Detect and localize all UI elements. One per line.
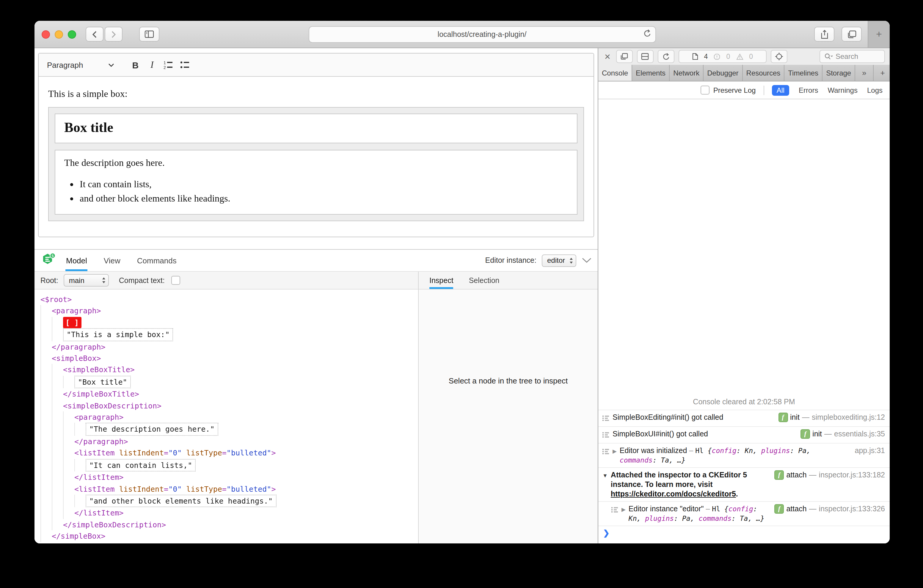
text-node[interactable]: "The description goes here." [85, 423, 218, 436]
model-tree-line[interactable]: </listItem> [41, 471, 418, 483]
open-tag-simpleBoxTitle[interactable]: <simpleBoxTitle> [63, 364, 135, 376]
model-tree-line[interactable]: <simpleBoxDescription> [41, 400, 418, 411]
open-tag-listItem[interactable]: <listItem listIndent="0" listType="bulle… [74, 447, 276, 459]
back-button[interactable] [85, 27, 103, 42]
text-node[interactable]: "Box title" [74, 376, 131, 389]
console-message-source[interactable]: f attach — inspector.js:133:326 [774, 504, 885, 514]
close-tag-simpleBox[interactable]: </simpleBox> [52, 531, 105, 542]
preserve-log-checkbox[interactable] [701, 85, 710, 95]
close-tag-simpleBoxDescription[interactable]: </simpleBoxDescription> [63, 519, 166, 531]
model-tree-line[interactable]: <paragraph> [41, 411, 418, 423]
new-tab-button[interactable]: + [868, 21, 890, 48]
model-tree-line[interactable]: "and other block elements like headings.… [41, 494, 418, 508]
console-pane[interactable]: Console cleared at 2:02:58 PMSimpleBoxEd… [598, 99, 890, 544]
preserve-log-control[interactable]: Preserve Log [700, 85, 756, 95]
model-tree-line[interactable]: <simpleBoxTitle> [41, 364, 418, 376]
forward-button[interactable] [105, 27, 123, 42]
devtools-tab-timelines[interactable]: Timelines [784, 65, 823, 81]
devtools-tab-console[interactable]: Console [598, 65, 632, 81]
collapse-inspector-icon[interactable] [581, 258, 592, 263]
model-tree-line[interactable]: <$root> [41, 294, 418, 305]
zoom-window-button[interactable] [68, 30, 76, 38]
open-tag-root[interactable]: <$root> [41, 294, 72, 305]
close-tag-root[interactable]: </$root> [41, 542, 76, 544]
text-node[interactable]: "and other block elements like headings.… [85, 494, 276, 508]
console-message-source[interactable]: f init — essentials.js:35 [800, 429, 885, 439]
resource-status-group[interactable]: 4 0 0 [678, 50, 767, 63]
console-prompt[interactable]: ❯ [598, 526, 890, 544]
box-description-field[interactable]: The description goes here. It can contai… [55, 150, 578, 215]
sidebar-toggle-button[interactable] [139, 27, 159, 42]
inspector-tab-commands[interactable]: Commands [136, 250, 177, 271]
text-node[interactable]: "This is a simple box:" [63, 328, 173, 341]
more-tabs-icon[interactable]: » [855, 65, 874, 81]
heading-dropdown[interactable]: Paragraph [47, 60, 114, 69]
close-tag-listItem[interactable]: </listItem> [74, 508, 124, 519]
close-devtools-button[interactable]: ✕ [603, 52, 612, 61]
text-node[interactable]: "It can contain lists," [85, 459, 195, 471]
open-tag-simpleBox[interactable]: <simpleBox> [52, 353, 101, 364]
model-tree-line[interactable]: </paragraph> [41, 341, 418, 353]
italic-button[interactable]: I [144, 57, 160, 72]
close-tag-paragraph[interactable]: </paragraph> [52, 341, 105, 353]
close-window-button[interactable] [42, 30, 50, 38]
model-tree-line[interactable]: </simpleBoxTitle> [41, 389, 418, 400]
reload-page-button[interactable] [658, 50, 674, 63]
model-tree-line[interactable]: <listItem listIndent="0" listType="bulle… [41, 483, 418, 494]
editor-instance-select[interactable]: editor [542, 254, 576, 267]
editor-content[interactable]: This is a simple box: Box title The desc… [39, 77, 593, 237]
devtools-tab-resources[interactable]: Resources [743, 65, 785, 81]
url-field[interactable]: localhost/creating-a-plugin/ [308, 26, 656, 43]
devtools-tab-network[interactable]: Network [670, 65, 703, 81]
console-link[interactable]: https://ckeditor.com/docs/ckeditor5 [611, 490, 736, 498]
console-scope-all[interactable]: All [772, 85, 789, 95]
model-tree-line[interactable]: </paragraph> [41, 436, 418, 447]
console-scope-logs[interactable]: Logs [867, 86, 882, 94]
numbered-list-button[interactable]: 12 [160, 57, 177, 72]
inspector-tab-view[interactable]: View [103, 250, 121, 271]
open-tag-simpleBoxDescription[interactable]: <simpleBoxDescription> [63, 400, 161, 411]
inspect-pane-tab-selection[interactable]: Selection [469, 272, 499, 289]
disclosure-triangle-icon[interactable]: ▶ [621, 505, 626, 514]
model-tree-line[interactable]: </simpleBoxDescription> [41, 519, 418, 531]
model-tree[interactable]: <$root><paragraph>[ ]"This is a simple b… [34, 289, 418, 544]
element-picker-button[interactable] [771, 50, 787, 63]
open-tag-paragraph[interactable]: <paragraph> [74, 411, 124, 423]
simple-box-widget[interactable]: Box title The description goes here. It … [48, 107, 584, 221]
model-tree-line[interactable]: </listItem> [41, 508, 418, 519]
console-message-row[interactable]: SimpleBoxEditing#init() got calledf init… [598, 410, 890, 426]
close-tag-listItem[interactable]: </listItem> [74, 471, 124, 483]
close-tag-simpleBoxTitle[interactable]: </simpleBoxTitle> [63, 389, 139, 400]
console-message-row[interactable]: ▶Editor was initialized – Hl {config: Kn… [598, 443, 890, 467]
open-tag-listItem[interactable]: <listItem listIndent="0" listType="bulle… [74, 483, 276, 494]
close-tag-paragraph[interactable]: </paragraph> [74, 436, 128, 447]
inspect-pane-tab-inspect[interactable]: Inspect [429, 272, 453, 289]
share-button[interactable] [814, 27, 834, 42]
add-tab-icon[interactable]: + [874, 65, 890, 81]
model-tree-line[interactable]: <paragraph> [41, 305, 418, 317]
console-message-source[interactable]: app.js:31 [855, 446, 885, 455]
model-tree-line[interactable]: </$root> [41, 542, 418, 544]
disclosure-triangle-icon[interactable]: ▼ [603, 471, 608, 480]
bold-button[interactable]: B [127, 57, 144, 72]
console-scope-warnings[interactable]: Warnings [828, 86, 857, 94]
console-message-row[interactable]: SimpleBoxUI#init() got calledf init — es… [598, 426, 890, 443]
console-message-source[interactable]: f init — simpleboxediting.js:12 [778, 412, 885, 422]
dock-bottom-button[interactable] [637, 50, 654, 63]
console-scope-errors[interactable]: Errors [799, 86, 818, 94]
console-message-row[interactable]: ▶Editor instance "editor" – Hl {config: … [598, 501, 890, 526]
console-message-row[interactable]: ▼Attached the inspector to a CKEditor 5 … [598, 467, 890, 501]
console-message-source[interactable]: f attach — inspector.js:133:182 [774, 470, 885, 480]
model-tree-line[interactable]: <listItem listIndent="0" listType="bulle… [41, 447, 418, 459]
devtools-tab-storage[interactable]: Storage [823, 65, 855, 81]
compact-text-checkbox[interactable] [171, 276, 180, 285]
bulleted-list-button[interactable] [177, 57, 194, 72]
model-tree-line[interactable]: "Box title" [41, 376, 418, 389]
root-select[interactable]: main [64, 274, 109, 287]
box-title-field[interactable]: Box title [55, 113, 578, 143]
devtools-tab-debugger[interactable]: Debugger [703, 65, 742, 81]
model-tree-line[interactable]: "The description goes here." [41, 423, 418, 436]
detach-devtools-button[interactable] [616, 50, 633, 63]
tab-overview-button[interactable] [841, 27, 862, 42]
reload-icon[interactable] [643, 29, 651, 40]
